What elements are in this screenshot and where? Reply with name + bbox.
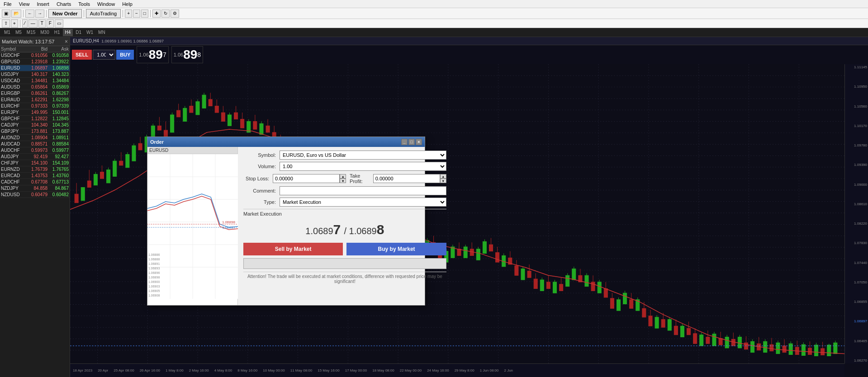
market-watch-row-chfjpy[interactable]: CHFJPY 154.100 154.109 xyxy=(0,160,70,166)
menu-window[interactable]: Window xyxy=(95,1,117,7)
buy-by-market-button[interactable]: Buy by Market xyxy=(346,243,446,255)
market-watch-row-audchf[interactable]: AUDCHF 0.59973 0.59977 xyxy=(0,147,70,154)
menu-tools[interactable]: Tools xyxy=(76,1,92,7)
open-btn[interactable]: 📂 xyxy=(11,9,21,18)
new-order-button[interactable]: New Order xyxy=(48,9,82,18)
market-watch-row-eurusd[interactable]: EURUSD 1.06897 1.06898 xyxy=(0,65,70,71)
takeprofit-input[interactable] xyxy=(373,174,440,183)
expiry-button[interactable] xyxy=(243,258,446,269)
rect-tool[interactable]: ▭ xyxy=(55,19,63,28)
crosshair-tool[interactable]: ⌖ xyxy=(11,19,18,28)
tf-w1[interactable]: W1 xyxy=(84,29,95,36)
dialog-restore-button[interactable]: □ xyxy=(408,139,415,145)
y-label-15: 1.06465 xyxy=(846,339,867,343)
settings-btn[interactable]: ⚙ xyxy=(171,9,179,18)
tf-m30[interactable]: M30 xyxy=(38,29,51,36)
period-btn[interactable]: ↻ xyxy=(161,9,170,18)
market-watch-row-audnzd[interactable]: AUDNZD 1.08904 1.08911 xyxy=(0,135,70,141)
market-watch-row-nzdjpy[interactable]: NZDJPY 84.858 84.867 xyxy=(0,185,70,192)
quick-volume-select[interactable]: 1.00 xyxy=(93,50,115,60)
text-tool[interactable]: T xyxy=(38,19,46,28)
svg-rect-279 xyxy=(834,343,837,353)
chart-title-bar: EURUSD,H4 1.06959 1.06991 1.06886 1.0689… xyxy=(70,37,868,45)
market-watch-row-euraud[interactable]: EURAUD 1.62291 1.62298 xyxy=(0,97,70,103)
menu-charts[interactable]: Charts xyxy=(55,1,73,7)
market-watch-row-audusd[interactable]: AUDUSD 0.65864 0.65869 xyxy=(0,84,70,90)
x-label-4: 26 Apr 16:00 xyxy=(137,368,163,372)
menu-insert[interactable]: Insert xyxy=(35,1,51,7)
x-label-3: 25 Apr 08:00 xyxy=(111,368,137,372)
zoom-out-btn[interactable]: − xyxy=(133,9,140,18)
dialog-minimize-button[interactable]: _ xyxy=(401,139,408,145)
market-watch-row-eurcad[interactable]: EURCAD 1.43753 1.43760 xyxy=(0,173,70,179)
svg-rect-41 xyxy=(75,194,78,203)
svg-rect-71 xyxy=(171,115,174,132)
fit-btn[interactable]: □ xyxy=(141,9,148,18)
autotrading-button[interactable]: AutoTrading xyxy=(86,9,121,18)
svg-rect-261 xyxy=(776,343,780,353)
stoploss-down[interactable]: ▼ xyxy=(340,179,346,183)
market-watch-row-nzdusd[interactable]: NZDUSD 0.60479 0.60482 xyxy=(0,192,70,198)
market-watch-row-eurchf[interactable]: EURCHF 0.97333 0.97339 xyxy=(0,103,70,109)
stoploss-input[interactable] xyxy=(273,174,340,183)
tf-m5[interactable]: M5 xyxy=(13,29,24,36)
quick-buy-button[interactable]: BUY xyxy=(116,50,134,60)
market-watch-row-eurjpy[interactable]: EURJPY 149.995 150.001 xyxy=(0,109,70,116)
svg-rect-69 xyxy=(164,130,167,137)
market-watch-row-audjpy[interactable]: AUDJPY 92.419 92.427 xyxy=(0,154,70,160)
menu-help[interactable]: Help xyxy=(120,1,134,7)
tf-m1[interactable]: M1 xyxy=(2,29,13,36)
expiry-row xyxy=(243,257,446,270)
menu-file[interactable]: File xyxy=(2,1,14,7)
menu-view[interactable]: View xyxy=(17,1,32,7)
svg-text:1.06897: 1.06897 xyxy=(222,226,235,230)
dialog-title-buttons: _ □ × xyxy=(401,139,422,145)
undo-btn[interactable]: ← xyxy=(25,9,34,18)
market-watch-row-usdjpy[interactable]: USDJPY 140.317 140.323 xyxy=(0,71,70,78)
market-watch-row-gbpchf[interactable]: GBPCHF 1.12822 1.12845 xyxy=(0,116,70,122)
tf-m15[interactable]: M15 xyxy=(24,29,38,36)
type-select[interactable]: Market Execution xyxy=(280,198,446,207)
symbol-label: Symbol: xyxy=(243,152,280,158)
tf-h4[interactable]: H4 xyxy=(63,29,73,36)
quick-sell-button[interactable]: SELL xyxy=(72,50,92,60)
comment-input[interactable] xyxy=(280,186,446,195)
market-watch-title: Market Watch: 13:17:57 xyxy=(2,39,54,44)
line-tool[interactable]: ∕ xyxy=(22,19,28,28)
redo-btn[interactable]: → xyxy=(35,9,44,18)
tf-d1[interactable]: D1 xyxy=(73,29,84,36)
market-watch-close[interactable]: × xyxy=(65,38,68,45)
crosshair-btn[interactable]: ✚ xyxy=(152,9,161,18)
market-watch-row-usdcad[interactable]: USDCAD 1.34481 1.34484 xyxy=(0,78,70,84)
volume-row: Volume: 1.00 xyxy=(243,162,446,171)
stoploss-up[interactable]: ▲ xyxy=(340,174,346,179)
market-watch-row-audcad[interactable]: AUDCAD 0.88571 0.88584 xyxy=(0,141,70,147)
market-watch-row-gbpusd[interactable]: GBPUSD 1.23918 1.23922 xyxy=(0,59,70,65)
takeprofit-up[interactable]: ▲ xyxy=(440,174,446,179)
dialog-close-button[interactable]: × xyxy=(416,139,422,145)
market-watch-row-gbpjpy[interactable]: GBPJPY 173.881 173.887 xyxy=(0,128,70,135)
zoom-in-btn[interactable]: + xyxy=(125,9,132,18)
tf-mn[interactable]: MN xyxy=(96,29,108,36)
fib-tool[interactable]: F xyxy=(47,19,54,28)
volume-select[interactable]: 1.00 xyxy=(280,162,446,171)
market-watch-row-cadjpy[interactable]: CADJPY 104.340 104.345 xyxy=(0,122,70,128)
takeprofit-down[interactable]: ▼ xyxy=(440,179,446,183)
chart-area[interactable]: EURUSD,H4 1.06959 1.06991 1.06886 1.0689… xyxy=(70,37,868,377)
new-btn[interactable]: ▣ xyxy=(2,9,10,18)
market-watch-row-eurgbp[interactable]: EURGBP 0.86261 0.86267 xyxy=(0,90,70,97)
type-row: Type: Market Execution xyxy=(243,198,446,207)
market-watch-row-usdchf[interactable]: USDCHF 0.91056 0.91058 xyxy=(0,52,70,59)
symbol-select[interactable]: EURUSD, Euro vs US Dollar xyxy=(280,151,446,160)
hline-tool[interactable]: ― xyxy=(28,19,38,28)
svg-text:1.06905: 1.06905 xyxy=(148,289,160,292)
svg-rect-171 xyxy=(489,245,493,251)
y-label-7: 1.09000 xyxy=(846,183,867,187)
market-watch-row-eurnzd[interactable]: EURNZD 1.76739 1.76765 xyxy=(0,166,70,173)
svg-text:1.06896: 1.06896 xyxy=(148,271,160,274)
market-watch-row-cadchf[interactable]: CADCHF 0.67708 0.67713 xyxy=(0,179,70,185)
tf-h1[interactable]: H1 xyxy=(52,29,62,36)
dialog-form: Symbol: EURUSD, Euro vs US Dollar Volume… xyxy=(238,147,452,305)
sell-by-market-button[interactable]: Sell by Market xyxy=(243,243,343,255)
arrow-tool[interactable]: ⇧ xyxy=(2,19,10,28)
